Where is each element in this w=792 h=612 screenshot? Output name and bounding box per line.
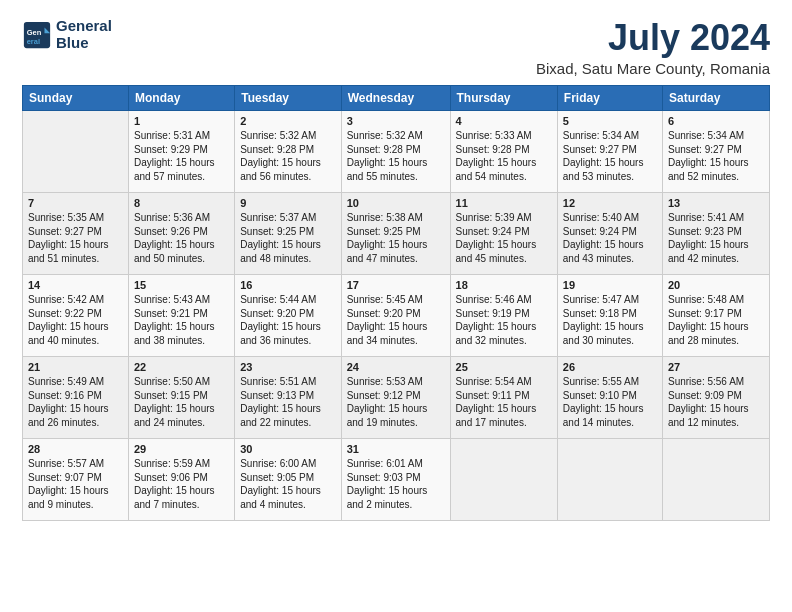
cell-content: Daylight: 15 hours bbox=[134, 402, 229, 416]
day-number: 11 bbox=[456, 196, 552, 211]
cell-content: and 56 minutes. bbox=[240, 170, 336, 184]
cell-content: Sunset: 9:25 PM bbox=[240, 225, 336, 239]
week-row-5: 28Sunrise: 5:57 AMSunset: 9:07 PMDayligh… bbox=[23, 438, 770, 520]
cell-content: Sunset: 9:27 PM bbox=[28, 225, 123, 239]
cell-content: Sunrise: 5:48 AM bbox=[668, 293, 764, 307]
day-number: 31 bbox=[347, 442, 445, 457]
week-row-2: 7Sunrise: 5:35 AMSunset: 9:27 PMDaylight… bbox=[23, 192, 770, 274]
day-number: 5 bbox=[563, 114, 657, 129]
calendar-cell bbox=[23, 110, 129, 192]
day-number: 22 bbox=[134, 360, 229, 375]
calendar-page: Gen eral General Blue July 2024 Bixad, S… bbox=[0, 0, 792, 612]
cell-content: and 12 minutes. bbox=[668, 416, 764, 430]
cell-content: Daylight: 15 hours bbox=[456, 402, 552, 416]
calendar-cell: 12Sunrise: 5:40 AMSunset: 9:24 PMDayligh… bbox=[557, 192, 662, 274]
cell-content: and 32 minutes. bbox=[456, 334, 552, 348]
calendar-cell: 17Sunrise: 5:45 AMSunset: 9:20 PMDayligh… bbox=[341, 274, 450, 356]
cell-content: Daylight: 15 hours bbox=[240, 484, 336, 498]
week-row-4: 21Sunrise: 5:49 AMSunset: 9:16 PMDayligh… bbox=[23, 356, 770, 438]
day-number: 7 bbox=[28, 196, 123, 211]
calendar-cell: 24Sunrise: 5:53 AMSunset: 9:12 PMDayligh… bbox=[341, 356, 450, 438]
cell-content: and 14 minutes. bbox=[563, 416, 657, 430]
cell-content: Sunrise: 5:59 AM bbox=[134, 457, 229, 471]
cell-content: and 19 minutes. bbox=[347, 416, 445, 430]
calendar-cell bbox=[662, 438, 769, 520]
cell-content: Daylight: 15 hours bbox=[456, 320, 552, 334]
calendar-cell: 16Sunrise: 5:44 AMSunset: 9:20 PMDayligh… bbox=[235, 274, 342, 356]
cell-content: Sunrise: 5:37 AM bbox=[240, 211, 336, 225]
day-number: 17 bbox=[347, 278, 445, 293]
cell-content: and 24 minutes. bbox=[134, 416, 229, 430]
day-number: 27 bbox=[668, 360, 764, 375]
calendar-cell: 13Sunrise: 5:41 AMSunset: 9:23 PMDayligh… bbox=[662, 192, 769, 274]
column-header-friday: Friday bbox=[557, 85, 662, 110]
cell-content: Sunset: 9:19 PM bbox=[456, 307, 552, 321]
header: Gen eral General Blue July 2024 Bixad, S… bbox=[22, 18, 770, 77]
column-header-tuesday: Tuesday bbox=[235, 85, 342, 110]
day-number: 12 bbox=[563, 196, 657, 211]
calendar-cell: 10Sunrise: 5:38 AMSunset: 9:25 PMDayligh… bbox=[341, 192, 450, 274]
cell-content: Daylight: 15 hours bbox=[563, 238, 657, 252]
cell-content: Sunset: 9:11 PM bbox=[456, 389, 552, 403]
cell-content: and 17 minutes. bbox=[456, 416, 552, 430]
cell-content: Sunset: 9:10 PM bbox=[563, 389, 657, 403]
column-header-thursday: Thursday bbox=[450, 85, 557, 110]
cell-content: Daylight: 15 hours bbox=[347, 320, 445, 334]
svg-text:Gen: Gen bbox=[27, 28, 42, 37]
calendar-cell: 27Sunrise: 5:56 AMSunset: 9:09 PMDayligh… bbox=[662, 356, 769, 438]
day-number: 14 bbox=[28, 278, 123, 293]
cell-content: Daylight: 15 hours bbox=[668, 156, 764, 170]
cell-content: Daylight: 15 hours bbox=[240, 238, 336, 252]
cell-content: and 2 minutes. bbox=[347, 498, 445, 512]
cell-content: Sunrise: 5:54 AM bbox=[456, 375, 552, 389]
calendar-subtitle: Bixad, Satu Mare County, Romania bbox=[536, 60, 770, 77]
cell-content: Sunset: 9:18 PM bbox=[563, 307, 657, 321]
day-number: 13 bbox=[668, 196, 764, 211]
cell-content: and 9 minutes. bbox=[28, 498, 123, 512]
column-header-saturday: Saturday bbox=[662, 85, 769, 110]
cell-content: Sunset: 9:05 PM bbox=[240, 471, 336, 485]
cell-content: Sunset: 9:16 PM bbox=[28, 389, 123, 403]
cell-content: and 54 minutes. bbox=[456, 170, 552, 184]
cell-content: Sunset: 9:23 PM bbox=[668, 225, 764, 239]
cell-content: Sunset: 9:06 PM bbox=[134, 471, 229, 485]
cell-content: Sunset: 9:28 PM bbox=[347, 143, 445, 157]
cell-content: Daylight: 15 hours bbox=[456, 238, 552, 252]
calendar-cell: 26Sunrise: 5:55 AMSunset: 9:10 PMDayligh… bbox=[557, 356, 662, 438]
calendar-cell: 7Sunrise: 5:35 AMSunset: 9:27 PMDaylight… bbox=[23, 192, 129, 274]
cell-content: Sunrise: 5:31 AM bbox=[134, 129, 229, 143]
day-number: 10 bbox=[347, 196, 445, 211]
title-block: July 2024 Bixad, Satu Mare County, Roman… bbox=[536, 18, 770, 77]
day-number: 23 bbox=[240, 360, 336, 375]
calendar-cell: 1Sunrise: 5:31 AMSunset: 9:29 PMDaylight… bbox=[128, 110, 234, 192]
cell-content: and 53 minutes. bbox=[563, 170, 657, 184]
cell-content: Sunrise: 5:34 AM bbox=[563, 129, 657, 143]
cell-content: Daylight: 15 hours bbox=[668, 402, 764, 416]
calendar-title: July 2024 bbox=[536, 18, 770, 58]
logo-icon: Gen eral bbox=[22, 20, 52, 50]
calendar-cell: 22Sunrise: 5:50 AMSunset: 9:15 PMDayligh… bbox=[128, 356, 234, 438]
cell-content: Sunrise: 6:00 AM bbox=[240, 457, 336, 471]
cell-content: Sunset: 9:07 PM bbox=[28, 471, 123, 485]
calendar-cell: 18Sunrise: 5:46 AMSunset: 9:19 PMDayligh… bbox=[450, 274, 557, 356]
calendar-cell: 9Sunrise: 5:37 AMSunset: 9:25 PMDaylight… bbox=[235, 192, 342, 274]
cell-content: Sunset: 9:29 PM bbox=[134, 143, 229, 157]
cell-content: and 26 minutes. bbox=[28, 416, 123, 430]
cell-content: and 48 minutes. bbox=[240, 252, 336, 266]
cell-content: Sunset: 9:28 PM bbox=[456, 143, 552, 157]
cell-content: Daylight: 15 hours bbox=[563, 402, 657, 416]
cell-content: Sunrise: 5:32 AM bbox=[240, 129, 336, 143]
cell-content: Sunrise: 5:38 AM bbox=[347, 211, 445, 225]
cell-content: Sunset: 9:21 PM bbox=[134, 307, 229, 321]
week-row-1: 1Sunrise: 5:31 AMSunset: 9:29 PMDaylight… bbox=[23, 110, 770, 192]
day-number: 18 bbox=[456, 278, 552, 293]
cell-content: Sunset: 9:03 PM bbox=[347, 471, 445, 485]
cell-content: Daylight: 15 hours bbox=[563, 156, 657, 170]
calendar-cell: 28Sunrise: 5:57 AMSunset: 9:07 PMDayligh… bbox=[23, 438, 129, 520]
day-number: 20 bbox=[668, 278, 764, 293]
day-number: 21 bbox=[28, 360, 123, 375]
calendar-cell: 25Sunrise: 5:54 AMSunset: 9:11 PMDayligh… bbox=[450, 356, 557, 438]
cell-content: Sunrise: 5:39 AM bbox=[456, 211, 552, 225]
day-number: 16 bbox=[240, 278, 336, 293]
cell-content: Sunrise: 5:43 AM bbox=[134, 293, 229, 307]
